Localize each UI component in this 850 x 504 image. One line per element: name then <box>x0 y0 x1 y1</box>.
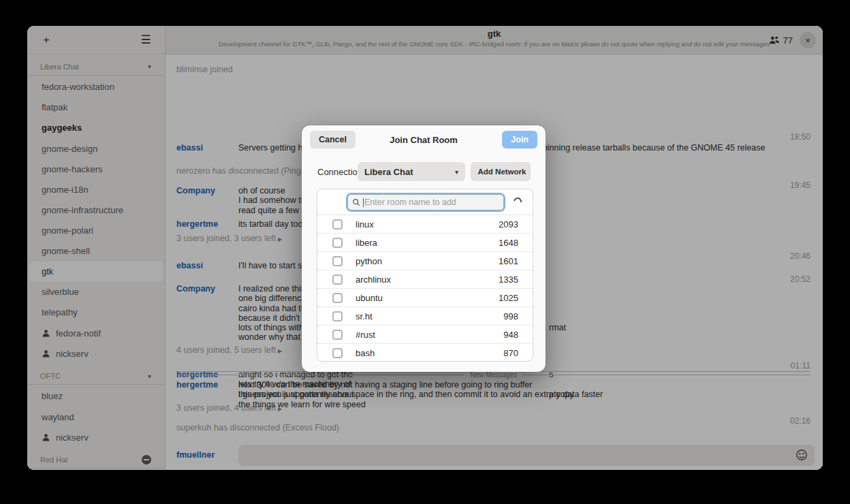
checkbox[interactable] <box>332 330 343 340</box>
modal-dim-overlay-sidebar <box>27 26 166 470</box>
add-network-button[interactable]: Add Network <box>471 162 531 181</box>
join-button[interactable]: Join <box>502 131 537 148</box>
room-name: linux <box>356 219 499 230</box>
room-count: 870 <box>503 348 518 358</box>
checkbox[interactable] <box>332 238 343 248</box>
room-count: 2093 <box>499 219 518 230</box>
room-row-python[interactable]: python 1601 <box>317 252 533 270</box>
loading-spinner-icon <box>512 196 524 208</box>
checkbox[interactable] <box>332 311 343 321</box>
room-count: 948 <box>503 330 518 340</box>
room-row-linux[interactable]: linux 2093 <box>317 215 533 234</box>
room-search-entry[interactable] <box>347 194 504 210</box>
connection-label: Connection <box>317 167 362 177</box>
room-row-srht[interactable]: sr.ht 998 <box>317 307 533 326</box>
room-name: bash <box>356 348 503 358</box>
search-row <box>317 189 533 215</box>
room-count: 1601 <box>499 256 518 266</box>
connection-dropdown[interactable]: Libera Chat ▾ <box>358 162 465 181</box>
room-count: 1025 <box>499 293 518 303</box>
room-name: sr.ht <box>356 311 503 321</box>
room-row-archlinux[interactable]: archlinux 1335 <box>317 270 533 289</box>
room-name: libera <box>356 238 499 248</box>
room-name: ubuntu <box>356 293 499 303</box>
room-row-bash[interactable]: bash 870 <box>317 344 533 362</box>
room-count: 1648 <box>499 238 518 248</box>
search-input[interactable] <box>364 198 499 207</box>
room-name: archlinux <box>356 274 499 285</box>
checkbox[interactable] <box>332 348 343 358</box>
room-count: 998 <box>503 311 518 321</box>
search-icon <box>352 198 360 206</box>
room-list: linux 2093 libera 1648 python 1601 archl… <box>317 189 533 362</box>
connection-value: Libera Chat <box>364 167 413 177</box>
checkbox[interactable] <box>332 219 343 230</box>
checkbox[interactable] <box>332 256 343 266</box>
add-network-label: Add Network <box>478 168 526 176</box>
checkbox[interactable] <box>332 293 343 303</box>
chevron-down-icon: ▾ <box>455 168 458 176</box>
room-row-rust[interactable]: #rust 948 <box>317 326 533 344</box>
room-row-ubuntu[interactable]: ubuntu 1025 <box>317 289 533 307</box>
room-name: #rust <box>356 330 503 340</box>
room-name: python <box>356 256 499 266</box>
room-count: 1335 <box>499 274 518 285</box>
room-row-libera[interactable]: libera 1648 <box>317 234 533 252</box>
text-caret <box>363 198 364 207</box>
checkbox[interactable] <box>332 274 343 285</box>
join-chat-room-dialog: Cancel Join Chat Room Join Connection Li… <box>302 125 546 372</box>
